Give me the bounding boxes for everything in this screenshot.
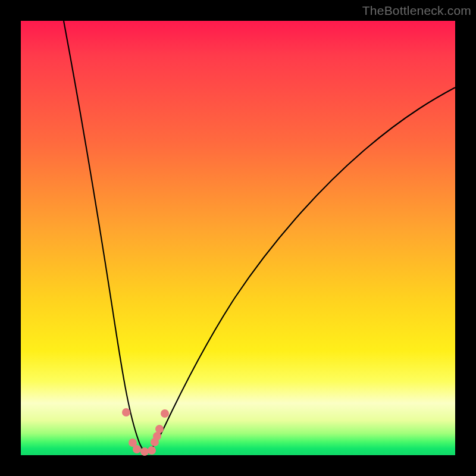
chart-plot-area [21, 21, 455, 455]
curve-left-branch [64, 21, 146, 452]
watermark-text: TheBottleneck.com [362, 4, 471, 18]
data-dot [148, 446, 156, 455]
chart-frame: TheBottleneck.com [0, 0, 476, 476]
curve-layer [64, 21, 455, 452]
data-dot [153, 432, 161, 440]
data-dot [155, 425, 164, 433]
chart-svg [21, 21, 455, 455]
data-dot [161, 409, 169, 418]
data-dot [133, 445, 141, 453]
data-dot [140, 447, 149, 456]
curve-right-branch [146, 87, 455, 452]
data-dot [122, 408, 130, 416]
dot-layer [122, 408, 169, 456]
